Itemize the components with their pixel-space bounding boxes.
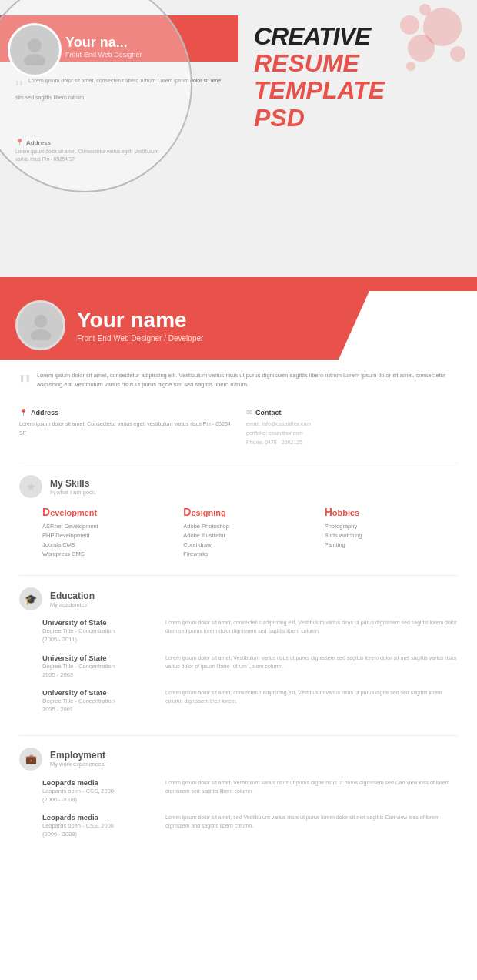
contact-details: email: info@cssauthor.com portfolio: css… bbox=[246, 420, 458, 447]
deco-circle-5 bbox=[419, 4, 431, 15]
edu-org-3: University of State bbox=[42, 688, 154, 697]
svg-point-3 bbox=[30, 329, 51, 339]
emp-org-1: Leopards media bbox=[42, 778, 154, 787]
hobbies-column: Hobbies Photography Birds watching Paint… bbox=[325, 506, 458, 560]
emp-entry-2-left: Leopards media Leopards open - CSS, 2008… bbox=[42, 813, 154, 839]
emp-detail-1: Leopards open - CSS, 2008 (2006 - 2008) bbox=[42, 787, 154, 804]
edu-entry-2-left: University of State Degree Title - Conce… bbox=[42, 654, 154, 680]
header-diagonal bbox=[339, 291, 477, 360]
emp-entry-2: Leopards media Leopards open - CSS, 2008… bbox=[42, 813, 458, 839]
designing-column: Designing Adobe Photoshop Adobe Illustra… bbox=[183, 506, 316, 560]
edu-entry-3-left: University of State Degree Title - Conce… bbox=[42, 688, 154, 714]
skills-section-title: My Skills bbox=[50, 478, 95, 489]
employment-title-block: Employment My work experiences bbox=[50, 750, 105, 768]
hobbies-item-3: Painting bbox=[325, 541, 458, 548]
divider-1 bbox=[19, 463, 458, 463]
skills-grid: Development ASP.net Development PHP Deve… bbox=[0, 502, 477, 571]
design-item-2: Adobe Illustrator bbox=[183, 532, 316, 539]
decorative-circles bbox=[385, 0, 477, 92]
preview-title-line1: Creative bbox=[254, 23, 385, 50]
employment-entries: Leopards media Leopards open - CSS, 2008… bbox=[0, 774, 477, 856]
resume-header: Your name Front-End Web Designer / Devel… bbox=[0, 291, 477, 360]
edu-org-1: University of State bbox=[42, 618, 154, 627]
resume-job-title: Front-End Web Designer / Developer bbox=[77, 334, 203, 343]
resume-avatar bbox=[15, 300, 65, 350]
resume-section: Your name Front-End Web Designer / Devel… bbox=[0, 291, 477, 980]
development-column: Development ASP.net Development PHP Deve… bbox=[42, 506, 175, 560]
deco-circle-6 bbox=[406, 62, 415, 71]
education-section-subtitle: My academics bbox=[50, 601, 95, 608]
address-text: Lorem ipsum dolor sit amet. Consectetur … bbox=[19, 420, 231, 438]
address-pin-icon: 📍 bbox=[19, 409, 28, 416]
dev-item-1: ASP.net Development bbox=[42, 523, 175, 530]
hobbies-item-1: Photography bbox=[325, 523, 458, 530]
hobbies-title: Hobbies bbox=[325, 506, 458, 518]
resume-info-columns: 📍 Address Lorem ipsum dolor sit amet. Co… bbox=[0, 405, 477, 459]
preview-section: Your na... Front-End Web Designer " Lore… bbox=[0, 0, 477, 277]
resume-avatar-icon bbox=[26, 311, 55, 340]
education-icon: 🎓 bbox=[25, 594, 37, 605]
edu-entry-1-right: Lorem ipsum dolor sit amet, consectetur … bbox=[165, 618, 458, 644]
preview-title-line4: PSD bbox=[254, 105, 385, 132]
edu-entry-3: University of State Degree Title - Conce… bbox=[42, 688, 458, 714]
contact-phone-label: Phone: bbox=[246, 440, 263, 445]
emp-detail-2: Leopards open - CSS, 2008 (2006 - 2008) bbox=[42, 821, 154, 839]
development-title: Development bbox=[42, 506, 175, 518]
hobbies-item-2: Birds watching bbox=[325, 532, 458, 539]
education-entries: University of State Degree Title - Conce… bbox=[0, 614, 477, 731]
emp-org-2: Leopards media bbox=[42, 813, 154, 821]
contact-email-value: info@cssauthor.com bbox=[262, 421, 312, 426]
emp-entry-2-right: Lorem ipsum dolor sit amet, sed Vestibul… bbox=[165, 813, 458, 839]
contact-phone-value: 0478 - 2662125 bbox=[265, 440, 302, 445]
contact-portfolio-value: cssauthor.com bbox=[269, 430, 303, 436]
contact-portfolio-label: portfolio: bbox=[246, 430, 267, 436]
address-label: 📍 Address bbox=[19, 409, 231, 416]
resume-quote-section: " Lorem ipsum dolor sit amet, consectetu… bbox=[0, 360, 477, 405]
edu-entry-1: University of State Degree Title - Conce… bbox=[42, 618, 458, 644]
education-title-block: Education My academics bbox=[50, 590, 95, 608]
resume-quote-mark: " bbox=[19, 375, 31, 397]
edu-detail-1: Degree Title - Concentration (2005 - 201… bbox=[42, 627, 154, 644]
employment-section-title: Employment bbox=[50, 750, 105, 761]
education-icon-circle: 🎓 bbox=[19, 587, 42, 610]
employment-icon: 💼 bbox=[25, 754, 37, 764]
edu-org-2: University of State bbox=[42, 654, 154, 662]
design-item-3: Corel draw bbox=[183, 541, 316, 548]
resume-quote-text: Lorem ipsum dolor sit amet, consectetur … bbox=[37, 371, 458, 390]
resume-header-text: Your name Front-End Web Designer / Devel… bbox=[77, 308, 203, 343]
emp-entry-1-left: Leopards media Leopards open - CSS, 2008… bbox=[42, 778, 154, 804]
avatar-silhouette bbox=[19, 35, 50, 65]
design-item-4: Fireworks bbox=[183, 550, 316, 557]
edu-entry-2-right: Lorem ipsum dolor sit amet, Vestibulum v… bbox=[165, 654, 458, 680]
resume-name: Your name bbox=[77, 308, 203, 333]
red-divider bbox=[0, 277, 477, 291]
employment-section-subtitle: My work experiences bbox=[50, 761, 105, 768]
edu-entry-1-left: University of State Degree Title - Conce… bbox=[42, 618, 154, 644]
divider-2 bbox=[19, 575, 458, 576]
emp-entry-1: Leopards media Leopards open - CSS, 2008… bbox=[42, 778, 458, 804]
education-section-header: 🎓 Education My academics bbox=[0, 580, 477, 614]
deco-circle-3 bbox=[400, 15, 419, 35]
deco-circle-4 bbox=[450, 46, 465, 62]
skills-star-icon: ★ bbox=[26, 480, 36, 493]
skills-title-block: My Skills In what i am good bbox=[50, 478, 95, 496]
skills-section-header: ★ My Skills In what i am good bbox=[0, 467, 477, 502]
education-section-title: Education bbox=[50, 590, 95, 601]
edu-detail-3: Degree Title - Concentration 2005 - 2001 bbox=[42, 697, 154, 714]
contact-label: ✉ Contact bbox=[246, 409, 458, 416]
svg-point-0 bbox=[28, 38, 42, 52]
svg-point-1 bbox=[24, 54, 45, 65]
contact-email-label: email: bbox=[246, 421, 261, 426]
address-column: 📍 Address Lorem ipsum dolor sit amet. Co… bbox=[19, 409, 231, 447]
deco-circle-2 bbox=[408, 35, 435, 62]
preview-title-block: Creative Resume Template PSD bbox=[254, 23, 385, 132]
contact-envelope-icon: ✉ bbox=[246, 409, 252, 416]
preview-avatar bbox=[8, 23, 62, 77]
employment-section-header: 💼 Employment My work experiences bbox=[0, 740, 477, 774]
edu-entry-2: University of State Degree Title - Conce… bbox=[42, 654, 458, 680]
dev-item-4: Wordpress CMS bbox=[42, 550, 175, 557]
divider-3 bbox=[19, 735, 458, 736]
skills-section-subtitle: In what i am good bbox=[50, 489, 95, 496]
skills-icon-circle: ★ bbox=[19, 475, 42, 498]
svg-point-2 bbox=[34, 314, 47, 327]
